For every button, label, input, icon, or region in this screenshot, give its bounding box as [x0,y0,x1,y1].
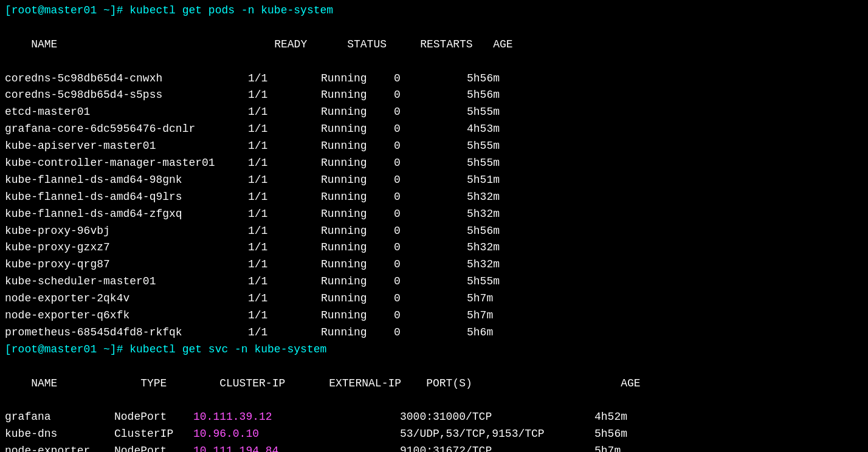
pods-header-name: NAME [31,36,274,53]
pod-age: 5h56m [467,70,500,87]
pod-ready: 1/1 [248,121,321,138]
list-item: node-exporterNodePort10.111.194.849100:3… [5,443,863,452]
pod-status: Running [321,189,394,206]
pod-status: Running [321,239,394,256]
table-row: kube-apiserver-master011/1Running05h55m [5,138,863,155]
pod-restarts: 0 [394,206,467,223]
pod-ready: 1/1 [248,307,321,324]
svc-name: kube-dns [5,426,114,443]
table-row: kube-proxy-qrg871/1Running05h32m [5,256,863,273]
pod-restarts: 0 [394,155,467,172]
table-row: prometheus-68545d4fd8-rkfqk1/1Running05h… [5,324,863,341]
pod-ready: 1/1 [248,256,321,273]
pod-ready: 1/1 [248,104,321,121]
pod-status: Running [321,256,394,273]
pod-status: Running [321,121,394,138]
svc-ports: 53/UDP,53/TCP,9153/TCP [400,426,594,443]
pod-ready: 1/1 [248,290,321,307]
svc-name: node-exporter [5,443,114,452]
table-row: kube-flannel-ds-amd64-98gnk1/1Running05h… [5,172,863,189]
pods-table-header: NAMEREADYSTATUSRESTARTSAGE [5,19,863,70]
pod-name: node-exporter-q6xfk [5,307,248,324]
command-get-pods: [root@master01 ~]# kubectl get pods -n k… [5,2,863,19]
pod-status: Running [321,290,394,307]
table-row: kube-scheduler-master011/1Running05h55m [5,273,863,290]
pod-ready: 1/1 [248,206,321,223]
pod-age: 5h55m [467,273,500,290]
svc-name: grafana [5,409,114,426]
pod-name: grafana-core-6dc5956476-dcnlr [5,121,248,138]
pod-restarts: 0 [394,307,467,324]
pod-ready: 1/1 [248,239,321,256]
pod-ready: 1/1 [248,70,321,87]
table-row: etcd-master011/1Running05h55m [5,104,863,121]
svc-age: 5h7m [594,443,621,452]
pods-table-body: coredns-5c98db65d4-cnwxh1/1Running05h56m… [5,70,863,341]
pod-age: 5h55m [467,104,500,121]
pod-age: 5h56m [467,223,500,240]
list-item: grafanaNodePort10.111.39.123000:31000/TC… [5,409,863,426]
pod-age: 4h53m [467,121,500,138]
pod-age: 5h56m [467,87,500,104]
pod-restarts: 0 [394,104,467,121]
pod-name: kube-flannel-ds-amd64-q9lrs [5,189,248,206]
pod-status: Running [321,104,394,121]
table-row: coredns-5c98db65d4-cnwxh1/1Running05h56m [5,70,863,87]
pod-age: 5h51m [467,172,500,189]
pod-restarts: 0 [394,172,467,189]
svc-table-header: NAMETYPECLUSTER-IPEXTERNAL-IPPORT(S)AGE [5,358,863,409]
svc-ports: 9100:31672/TCP [400,443,594,452]
pod-age: 5h7m [467,290,493,307]
svc-header-type: TYPE [140,375,219,392]
pods-header-status: STATUS [347,36,420,53]
pod-ready: 1/1 [248,324,321,341]
pod-status: Running [321,70,394,87]
svc-cluster-ip: 10.96.0.10 [193,426,303,443]
pod-name: prometheus-68545d4fd8-rkfqk [5,324,248,341]
table-row: kube-proxy-gzxz71/1Running05h32m [5,239,863,256]
svc-header-external: EXTERNAL-IP [329,375,426,392]
table-row: kube-flannel-ds-amd64-zfgxq1/1Running05h… [5,206,863,223]
pod-name: kube-proxy-qrg87 [5,256,248,273]
pod-restarts: 0 [394,189,467,206]
pod-restarts: 0 [394,324,467,341]
pod-age: 5h6m [467,324,493,341]
pod-name: etcd-master01 [5,104,248,121]
pod-age: 5h7m [467,307,493,324]
pod-status: Running [321,307,394,324]
pod-restarts: 0 [394,121,467,138]
svc-header-ports: PORT(S) [426,375,621,392]
pod-name: coredns-5c98db65d4-s5pss [5,87,248,104]
pod-restarts: 0 [394,290,467,307]
pod-age: 5h32m [467,189,500,206]
pod-name: kube-proxy-96vbj [5,223,248,240]
svc-ports: 3000:31000/TCP [400,409,594,426]
pod-ready: 1/1 [248,155,321,172]
table-row: coredns-5c98db65d4-s5pss1/1Running05h56m [5,87,863,104]
command-get-svc: [root@master01 ~]# kubectl get svc -n ku… [5,341,863,358]
pods-header-ready: READY [274,36,347,53]
table-row: node-exporter-2qk4v1/1Running05h7m [5,290,863,307]
pod-restarts: 0 [394,138,467,155]
list-item: kube-dnsClusterIP10.96.0.1053/UDP,53/TCP… [5,426,863,443]
svc-header-cluster: CLUSTER-IP [219,375,329,392]
table-row: node-exporter-q6xfk1/1Running05h7m [5,307,863,324]
svc-age: 5h56m [594,426,627,443]
pod-status: Running [321,138,394,155]
pod-restarts: 0 [394,256,467,273]
pod-status: Running [321,324,394,341]
table-row: kube-proxy-96vbj1/1Running05h56m [5,223,863,240]
pod-name: kube-apiserver-master01 [5,138,248,155]
pod-ready: 1/1 [248,138,321,155]
pod-age: 5h55m [467,138,500,155]
pods-header-restarts: RESTARTS [420,36,493,53]
table-row: kube-flannel-ds-amd64-q9lrs1/1Running05h… [5,189,863,206]
pod-age: 5h32m [467,206,500,223]
svc-type: ClusterIP [114,426,193,443]
pod-ready: 1/1 [248,273,321,290]
svc-header-age: AGE [621,375,640,392]
pod-status: Running [321,273,394,290]
pods-header-age: AGE [493,36,512,53]
pod-ready: 1/1 [248,172,321,189]
pod-name: kube-controller-manager-master01 [5,155,248,172]
